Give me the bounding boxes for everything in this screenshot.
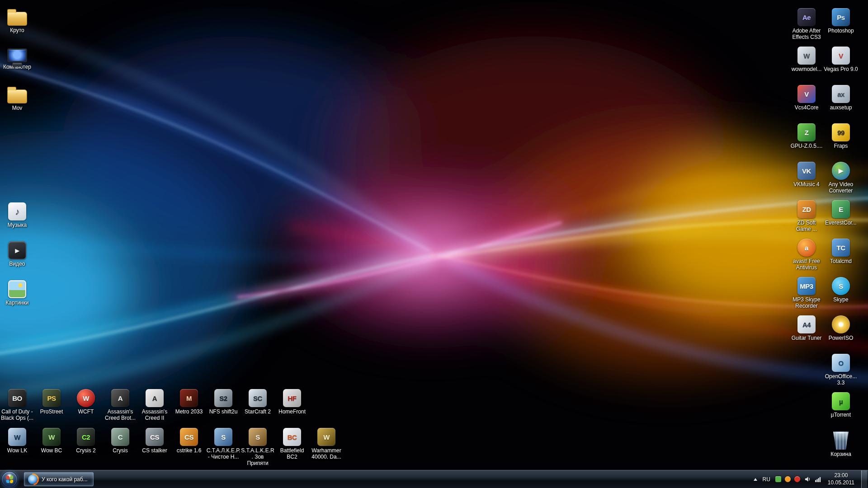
icon-fraps[interactable]: 99 Fraps [824,121,858,159]
icon-wow-bc[interactable]: W Wow BC [34,425,69,466]
icon-wcft[interactable]: W WCFT [69,386,103,422]
icon-ac-brotherhood[interactable]: A Assassin's Creed Brot... [103,386,137,422]
icon-after-effects[interactable]: Ae Adobe After Effects CS3 [789,5,824,44]
desktop-icon-image: ▶ [832,162,850,180]
system-tray: RU 23:00 10.05.2011 [754,470,868,488]
icon-vcs4core[interactable]: V Vcs4Core [789,82,824,121]
windows-logo-icon [6,475,14,483]
icon-pictures-library[interactable]: Картинки [0,277,34,316]
icon-skype[interactable]: S Skype [824,274,858,313]
language-indicator[interactable]: RU [761,476,771,483]
icon-photoshop[interactable]: Ps Photoshop [824,5,858,44]
icon-crysis2[interactable]: C2 Crysis 2 [69,425,103,466]
icon-gpu-z[interactable]: Z GPU-Z.0.5.... [789,121,824,159]
desktop-icon-label: VKMusic 4 [793,182,819,188]
icon-folder-mov[interactable]: Mov [0,83,34,122]
desktop-icon-glyph: MP3 [800,282,813,290]
desktop-icon-label: Видео [9,261,25,267]
desktop-icon-label: avast! Free Antivirus [789,258,824,271]
icon-vegas-pro[interactable]: V Vegas Pro 9.0 [824,44,858,82]
desktop-icon-glyph: BC [288,433,297,441]
icon-cs-stalker[interactable]: CS CS stalker [137,425,172,466]
icon-video-library[interactable]: ▶ Видео [0,239,34,277]
desktop-icon-label: Музыка [8,222,27,229]
desktop-icon-image: HF [283,389,301,407]
icon-crysis[interactable]: C Crysis [103,425,137,466]
desktop-icon-glyph: TC [837,244,845,252]
icon-wowmodelviewer[interactable]: W wowmodel... [789,44,824,82]
icon-everest[interactable]: E EverestCor... [824,197,858,236]
desktop-icon-glyph: W [83,394,89,402]
desktop-icon-image [7,89,27,103]
desktop-icon-image: µ [832,392,850,410]
icon-poweriso[interactable]: PowerISO [824,313,858,351]
icon-total-commander[interactable]: TC Totalcmd [824,236,858,274]
icon-nfs-shift2[interactable]: S2 NFS shift2u [206,386,241,422]
desktop-icon-image: C [111,428,129,446]
icon-cod-black-ops[interactable]: BO Call of Duty - Black Ops (... [0,386,34,422]
icon-stalker-call-of-pripyat[interactable]: S S.T.A.L.K.E.R. Зов Припяти [241,425,275,466]
desktop-icon-glyph: 99 [837,129,844,136]
icon-recycle-bin[interactable]: Корзина [824,428,858,466]
icon-any-video-converter[interactable]: ▶ Any Video Converter [824,159,858,197]
icon-music-library[interactable]: ♪ Музыка [0,200,34,239]
desktop-icon-image: BO [8,389,26,407]
desktop-icon-glyph: Ps [837,14,844,21]
icon-folder-kruto[interactable]: Круто [0,5,34,44]
desktop-icon-glyph: E [839,206,843,213]
desktop-icon-label: OpenOffice... 3.3 [824,374,858,386]
desktop-icon-image: TC [832,239,850,257]
desktop-right-column-2: Ps Photoshop V Vegas Pro 9.0 ax auxsetup… [824,5,858,466]
icon-auxsetup[interactable]: ax auxsetup [824,82,858,121]
icon-avast-antivirus[interactable]: a avast! Free Antivirus [789,236,824,274]
desktop-icon-label: Warhammer 40000. Da... [309,448,344,460]
icon-wow-lk[interactable]: W Wow LK [0,425,34,466]
desktop-icon-label: Totalcmd [830,258,852,265]
volume-icon[interactable] [804,476,811,483]
tray-icon-red[interactable] [794,476,800,482]
desktop-icon-glyph: A4 [802,321,811,328]
desktop-icon-image: A [111,389,129,407]
icon-stalker-clear-sky[interactable]: S С.Т.А.Л.К.Е.Р. - Чистое Н... [206,425,241,466]
desktop-icon-image: W [42,428,61,446]
clock-time: 23:00 [828,472,854,479]
desktop-icon-glyph: W [323,433,330,441]
tray-expand-icon[interactable] [754,478,757,481]
show-desktop-button[interactable] [861,470,867,488]
icon-zd-soft-game-recorder[interactable]: ZD ZD Soft Game ... [789,197,824,236]
firefox-icon [28,474,38,484]
icon-homefront[interactable]: HF HomeFront [275,386,309,422]
icon-metro-2033[interactable]: M Metro 2033 [172,386,206,422]
icon-vkmusic[interactable]: VK VKMusic 4 [789,159,824,197]
desktop-icon-image: M [180,389,198,407]
desktop-icon-image: BC [283,428,301,446]
desktop-icon-glyph: ax [837,90,844,98]
desktop-icon-glyph: C [118,433,123,441]
icon-battlefield-bc2[interactable]: BC Battlefield BC2 [275,425,309,466]
icon-mp3-skype-recorder[interactable]: MP3 MP3 Skype Recorder [789,274,824,313]
icon-nfs-prostreet[interactable]: PS ProStreet [34,386,69,422]
icon-openoffice[interactable]: O OpenOffice... 3.3 [824,351,858,389]
desktop-icon-label: Картинки [6,300,29,306]
desktop-icon-label: StarCraft 2 [245,409,271,415]
icon-cstrike-16[interactable]: CS cstrike 1.6 [172,425,206,466]
network-icon[interactable] [815,476,822,482]
desktop-icon-image: S [214,428,232,446]
desktop-icon-image: S [832,277,850,295]
icon-guitar-tuner[interactable]: A4 Guitar Tuner [789,313,824,351]
icon-computer[interactable]: Компьютер [0,44,34,83]
desktop-icon-image: W [797,47,816,65]
taskbar-button-firefox[interactable]: У кого какой раб... [24,472,94,486]
icon-utorrent[interactable]: µ µTorrent [824,389,858,428]
tray-icon-orange[interactable] [785,476,791,482]
desktop-icon-image: Ae [797,8,816,26]
taskbar: У кого какой раб... RU 23:00 10.05.2011 [0,470,868,488]
desktop-icon-glyph: CS [150,433,159,441]
desktop-icon-glyph: W [803,52,810,60]
icon-warhammer-40000[interactable]: W Warhammer 40000. Da... [309,425,344,466]
taskbar-clock[interactable]: 23:00 10.05.2011 [828,472,854,486]
tray-icon-green[interactable] [775,476,781,482]
icon-starcraft2[interactable]: SC StarCraft 2 [241,386,275,422]
icon-ac2[interactable]: A Assassin's Creed II [137,386,172,422]
start-button[interactable] [1,471,18,488]
